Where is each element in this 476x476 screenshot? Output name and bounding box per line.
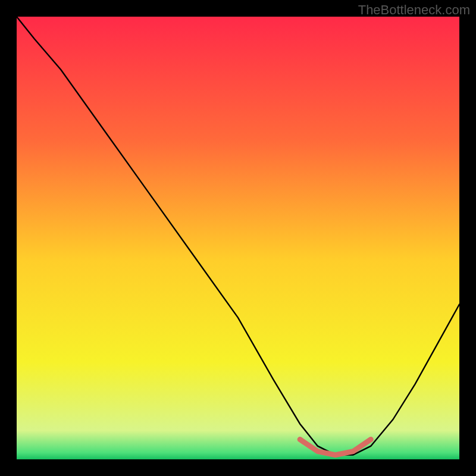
watermark-text: TheBottleneck.com [358, 2, 470, 18]
chart-frame [17, 17, 459, 459]
bottleneck-chart [17, 17, 459, 459]
gradient-background [17, 17, 459, 459]
